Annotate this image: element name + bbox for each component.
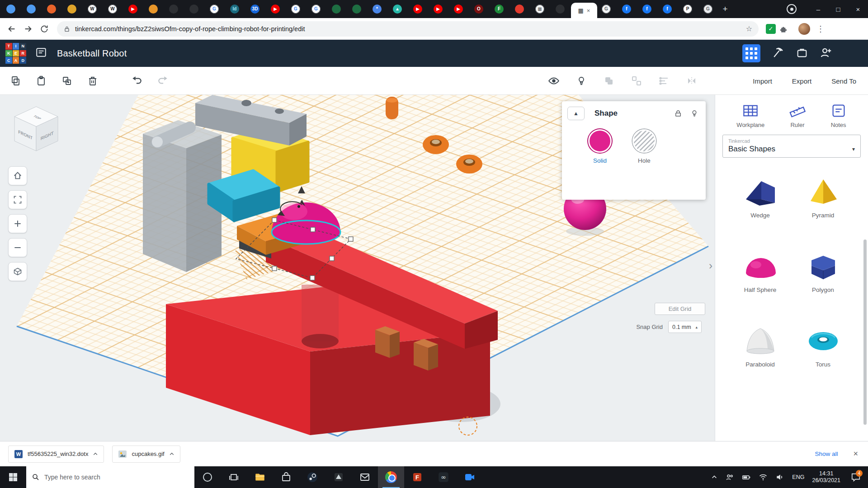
shape-item-torus[interactable]: Torus bbox=[792, 326, 854, 368]
chevron-up-icon[interactable] bbox=[169, 451, 175, 457]
taskbar-steam-icon[interactable] bbox=[299, 466, 326, 488]
tab-favicon[interactable]: G bbox=[602, 5, 611, 14]
duplicate-button[interactable] bbox=[58, 72, 76, 90]
wifi-icon[interactable] bbox=[759, 473, 768, 482]
taskbar-search-input[interactable] bbox=[44, 474, 189, 481]
tab-favicon[interactable] bbox=[67, 5, 76, 14]
tab-favicon[interactable]: G bbox=[210, 5, 219, 14]
view-3d-button[interactable] bbox=[742, 44, 760, 62]
shape-item-polygon[interactable]: Polygon bbox=[792, 251, 854, 293]
hidden-icons-chevron[interactable] bbox=[711, 474, 717, 480]
tab-favicon[interactable] bbox=[47, 5, 56, 14]
3d-editor-canvas[interactable]: TOP FRONT RIGHT ▲ bbox=[0, 95, 715, 441]
tab-favicon[interactable] bbox=[515, 5, 524, 14]
tab-favicon[interactable]: F bbox=[495, 5, 504, 14]
tab-close-icon[interactable]: × bbox=[587, 7, 590, 14]
shape-item-half-sphere[interactable]: Half Sphere bbox=[729, 251, 792, 293]
taskbar-search[interactable] bbox=[26, 466, 194, 488]
tab-favicon[interactable]: ▶ bbox=[454, 5, 463, 14]
tab-favicon[interactable]: 3D bbox=[250, 5, 259, 14]
shape-item-wedge[interactable]: Wedge bbox=[729, 177, 792, 219]
tab-favicon[interactable]: G bbox=[703, 5, 712, 14]
screen-record-icon[interactable] bbox=[787, 4, 797, 14]
tab-favicon[interactable] bbox=[149, 5, 158, 14]
download-item-image[interactable]: cupcakes.gif bbox=[112, 446, 180, 463]
mirror-button[interactable] bbox=[683, 72, 701, 90]
tab-favicon[interactable]: O bbox=[474, 5, 483, 14]
tab-favicon[interactable] bbox=[556, 5, 565, 14]
show-all-button[interactable]: Show all bbox=[815, 450, 838, 457]
tab-favicon[interactable] bbox=[332, 5, 341, 14]
show-all-button[interactable] bbox=[545, 72, 563, 90]
tab-favicon[interactable]: W bbox=[108, 5, 117, 14]
action-center-button[interactable]: 4 bbox=[848, 466, 863, 488]
extension-check-icon[interactable]: ✓ bbox=[766, 24, 776, 34]
tab-favicon[interactable]: f bbox=[642, 5, 651, 14]
tab-favicon[interactable]: f bbox=[622, 5, 631, 14]
start-button[interactable] bbox=[0, 466, 26, 488]
address-bar[interactable]: tinkercad.com/things/bzZ2siwsOfm-copy-of… bbox=[57, 21, 759, 37]
tab-favicon[interactable]: ▶ bbox=[413, 5, 422, 14]
extensions-button[interactable] bbox=[776, 21, 792, 37]
tab-favicon[interactable] bbox=[169, 5, 178, 14]
notes-tool-button[interactable]: Notes bbox=[830, 103, 847, 128]
tab-favicon[interactable] bbox=[189, 5, 198, 14]
torus-shape[interactable] bbox=[423, 135, 449, 154]
url-text[interactable]: tinkercad.com/things/bzZ2siwsOfm-copy-of… bbox=[75, 25, 746, 33]
solid-option[interactable]: Solid bbox=[588, 129, 612, 164]
browser-menu-icon[interactable]: ⋮ bbox=[816, 24, 825, 34]
snap-grid-select[interactable]: 0.1 mm ▴ bbox=[668, 321, 702, 333]
hole-option[interactable]: Hole bbox=[632, 129, 656, 164]
profile-avatar[interactable] bbox=[798, 23, 810, 35]
taskbar-video-app-icon[interactable] bbox=[457, 466, 483, 488]
volume-icon[interactable] bbox=[775, 473, 784, 482]
taskbar-mail-icon[interactable] bbox=[352, 466, 378, 488]
shape-library-select[interactable]: Tinkercad Basic Shapes ▾ bbox=[722, 135, 861, 158]
tab-favicon[interactable]: * bbox=[373, 5, 382, 14]
taskbar-store-icon[interactable] bbox=[273, 466, 299, 488]
blocks-mode-button[interactable] bbox=[771, 46, 785, 61]
bricks-mode-button[interactable] bbox=[796, 46, 808, 61]
torus-shape[interactable] bbox=[456, 155, 482, 174]
taskbar-chrome-icon[interactable] bbox=[378, 466, 404, 488]
taskbar-app-icon-2[interactable]: F bbox=[404, 466, 430, 488]
collapse-panel-chevron[interactable]: › bbox=[705, 257, 715, 275]
home-view-button[interactable] bbox=[8, 166, 27, 185]
tab-favicon[interactable]: Id bbox=[230, 5, 239, 14]
tab-favicon[interactable]: ▶ bbox=[128, 5, 137, 14]
tab-favicon[interactable]: ▶ bbox=[271, 5, 280, 14]
orthographic-toggle-button[interactable] bbox=[8, 262, 27, 281]
panel-scrollbar[interactable] bbox=[863, 239, 867, 425]
zoom-in-button[interactable] bbox=[8, 214, 27, 233]
back-button[interactable] bbox=[4, 21, 20, 37]
taskbar-app-icon-3[interactable]: ∞ bbox=[430, 466, 457, 488]
tab-favicon[interactable]: P bbox=[683, 5, 692, 14]
design-title[interactable]: Basketball Robot bbox=[57, 48, 127, 59]
tab-favicon[interactable]: G bbox=[311, 5, 321, 14]
active-tab[interactable]: ▦ × bbox=[571, 3, 597, 18]
shape-item-pyramid[interactable]: Pyramid bbox=[792, 177, 854, 219]
chevron-up-icon[interactable] bbox=[93, 451, 98, 457]
shape-item-paraboloid[interactable]: Paraboloid bbox=[729, 326, 792, 368]
visibility-bulb-icon[interactable] bbox=[690, 109, 698, 117]
bookmark-star-icon[interactable]: ☆ bbox=[746, 24, 752, 33]
language-indicator[interactable]: ENG bbox=[792, 474, 804, 480]
taskbar-task-view-icon[interactable] bbox=[221, 466, 247, 488]
hole-swatch[interactable] bbox=[632, 129, 656, 153]
taskbar-file-explorer-icon[interactable] bbox=[247, 466, 273, 488]
people-tray-icon[interactable] bbox=[725, 473, 734, 482]
send-to-button[interactable]: Send To bbox=[831, 77, 856, 85]
tab-favicon[interactable]: ▲ bbox=[393, 5, 402, 14]
zoom-out-button[interactable] bbox=[8, 238, 27, 257]
tab-favicon[interactable] bbox=[352, 5, 361, 14]
import-button[interactable]: Import bbox=[753, 77, 772, 85]
undo-button[interactable] bbox=[128, 72, 146, 90]
tab-favicon[interactable]: f bbox=[663, 5, 672, 14]
forward-button[interactable] bbox=[20, 21, 36, 37]
ruler-tool-button[interactable]: Ruler bbox=[789, 103, 806, 128]
tab-favicon[interactable] bbox=[27, 5, 36, 14]
refresh-button[interactable] bbox=[36, 21, 52, 37]
account-avatar[interactable] bbox=[844, 45, 860, 61]
new-tab-button[interactable]: + bbox=[719, 4, 731, 14]
collapse-inspector-button[interactable]: ▲ bbox=[567, 107, 585, 120]
